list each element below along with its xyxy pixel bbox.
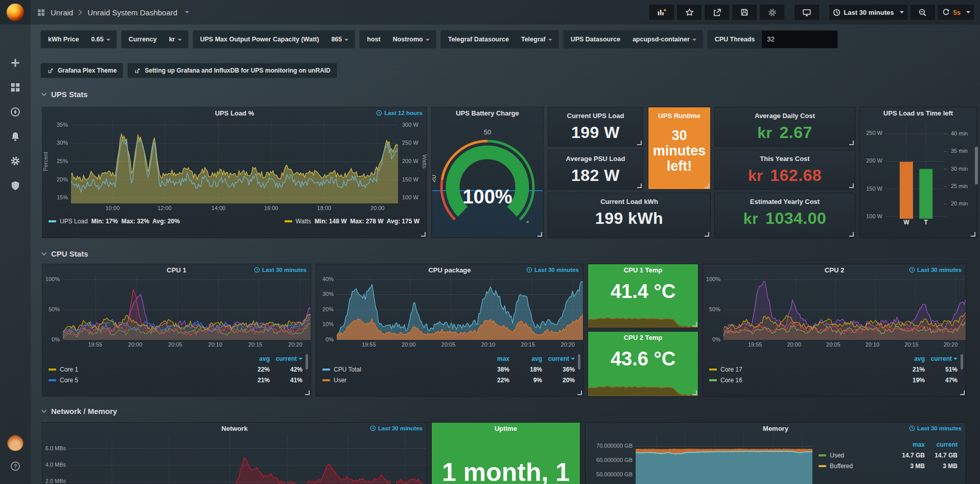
cpu-threads-input[interactable]: 32 (762, 31, 837, 48)
dashboard-scrollbar[interactable] (975, 147, 978, 185)
legend-series-name[interactable]: Core 1 (60, 366, 78, 373)
panel-time-range-badge[interactable]: Last 30 minutes (370, 425, 423, 431)
variable-value-dropdown[interactable]: 0.65 (86, 36, 116, 43)
resize-handle[interactable] (960, 390, 965, 395)
variable-value-dropdown[interactable]: kr (164, 36, 188, 43)
legend-column-avg[interactable]: avg (509, 355, 542, 362)
ups-load-chart[interactable] (71, 120, 398, 203)
network-chart[interactable] (69, 435, 427, 484)
memory-chart[interactable] (636, 435, 812, 484)
cpu-package-chart[interactable] (337, 276, 583, 340)
resize-handle[interactable] (971, 232, 975, 237)
legend-scrollbar[interactable] (961, 354, 963, 370)
resize-handle[interactable] (705, 183, 709, 188)
server-admin-shield-icon[interactable] (10, 180, 21, 191)
variable-value-dropdown[interactable]: Telegraf (516, 36, 558, 43)
legend-item[interactable]: UPS LoadMin: 17% Max: 32% Avg: 20% (49, 218, 180, 225)
resize-handle[interactable] (637, 141, 642, 145)
section-header-ups-stats[interactable]: UPS Stats (41, 90, 88, 99)
stat-title[interactable]: Average Daily Cost (715, 107, 855, 120)
resize-handle[interactable] (692, 322, 697, 327)
title-caret-icon[interactable] (185, 11, 189, 13)
refresh-interval-label[interactable]: 5s (953, 9, 961, 16)
resize-handle[interactable] (637, 183, 642, 188)
section-header-cpu-stats[interactable]: CPU Stats (41, 249, 88, 258)
legend-series[interactable]: Core 17 (709, 366, 892, 373)
stat-title[interactable]: Estimated Yearly Cost (715, 193, 855, 205)
legend-column-max[interactable]: max (477, 355, 509, 362)
stat-title[interactable]: Average PSU Load (548, 150, 643, 163)
ups-bars-chart[interactable] (885, 125, 947, 219)
refresh-button[interactable]: 5s (938, 5, 974, 20)
create-plus-icon[interactable] (10, 57, 21, 68)
panel-time-range-badge[interactable]: Last 30 minutes (254, 267, 307, 273)
panel-title[interactable]: UPS Load % (42, 107, 427, 119)
legend-scrollbar[interactable] (306, 354, 308, 370)
link-grafana-plex-theme[interactable]: Grafana Plex Theme (41, 63, 123, 78)
zoom-out-button[interactable] (911, 5, 935, 20)
explore-compass-icon[interactable] (10, 106, 21, 118)
grafana-logo[interactable] (0, 0, 31, 25)
stat-title[interactable]: UPS Runtime (648, 107, 710, 120)
legend-series-name[interactable]: UPS Load (60, 218, 88, 225)
legend-scrollbar[interactable] (578, 354, 580, 370)
legend-column-avg[interactable]: avg (237, 355, 270, 362)
legend-series[interactable]: Buffered (819, 463, 892, 470)
variable-value-dropdown[interactable]: apcupsd-container (627, 36, 703, 43)
panel-time-range-badge[interactable]: Last 30 minutes (909, 425, 962, 431)
panel-title[interactable]: UPS Load vs Time left (860, 107, 976, 119)
resize-handle[interactable] (538, 232, 542, 237)
legend-series[interactable]: Core 16 (709, 377, 892, 384)
legend-column-avg[interactable]: avg (892, 355, 925, 362)
panel-title[interactable]: UPS Battery Charge (432, 107, 543, 119)
legend-series-name[interactable]: Core 16 (720, 377, 742, 384)
resize-handle[interactable] (305, 390, 310, 395)
variable-value-dropdown[interactable]: 865 (326, 36, 355, 43)
help-icon[interactable]: ? (10, 460, 21, 472)
panel-title[interactable]: CPU 2 Temp (588, 332, 698, 343)
resize-handle[interactable] (849, 232, 854, 237)
legend-series[interactable]: Core 1 (49, 366, 237, 373)
legend-column-current[interactable]: current (542, 355, 575, 362)
legend-series-name[interactable]: Buffered (830, 463, 853, 470)
save-button[interactable] (732, 5, 757, 20)
stat-title[interactable]: Current Load kWh (548, 193, 710, 205)
panel-time-range-badge[interactable]: Last 30 minutes (526, 267, 579, 273)
legend-series-name[interactable]: Core 5 (60, 377, 78, 384)
page-title[interactable]: Unraid System Dashboard (87, 8, 177, 17)
star-button[interactable] (677, 5, 702, 20)
dashboard-settings-button[interactable] (760, 5, 784, 20)
resize-handle[interactable] (421, 232, 426, 237)
dashboard-grid-icon[interactable] (37, 8, 45, 17)
alerting-bell-icon[interactable] (10, 131, 21, 142)
time-range-picker[interactable]: Last 30 minutes (829, 5, 907, 20)
add-panel-button[interactable] (649, 5, 674, 20)
legend-series[interactable]: Core 5 (49, 377, 237, 384)
legend-column-current[interactable]: current (925, 355, 958, 362)
legend-item[interactable]: WattsMin: 148 W Max: 278 W Avg: 175 W (285, 218, 419, 225)
breadcrumb-app[interactable]: Unraid (51, 8, 73, 17)
cpu1-chart[interactable] (63, 276, 311, 340)
panel-time-range-badge[interactable]: Last 30 minutes (909, 267, 962, 273)
battery-gauge[interactable]: 02050100 (432, 126, 543, 232)
dashboards-icon[interactable] (10, 82, 21, 93)
variable-value-dropdown[interactable]: Nostromo (388, 36, 436, 43)
legend-series-name[interactable]: CPU Total (334, 366, 361, 373)
section-header-network-memory[interactable]: Network / Memory (41, 407, 117, 416)
legend-series[interactable]: User (322, 377, 477, 384)
stat-title[interactable]: This Years Cost (715, 150, 855, 163)
legend-column-current[interactable]: current (270, 355, 302, 362)
resize-handle[interactable] (692, 390, 697, 395)
legend-series[interactable]: CPU Total (322, 366, 477, 373)
panel-title[interactable]: CPU 1 Temp (588, 264, 698, 275)
stat-title[interactable]: Current UPS Load (548, 107, 643, 120)
resize-handle[interactable] (849, 141, 854, 145)
panel-time-range-badge[interactable]: Last 12 hours (376, 110, 423, 116)
legend-series-name[interactable]: Core 17 (720, 366, 742, 373)
panel-title[interactable]: Uptime (432, 423, 580, 434)
panel-title[interactable]: Network (42, 423, 427, 434)
resize-handle[interactable] (577, 390, 582, 395)
user-avatar[interactable] (7, 435, 24, 451)
cycle-view-mode-button[interactable] (795, 5, 819, 20)
legend-series[interactable]: Used (819, 452, 892, 459)
